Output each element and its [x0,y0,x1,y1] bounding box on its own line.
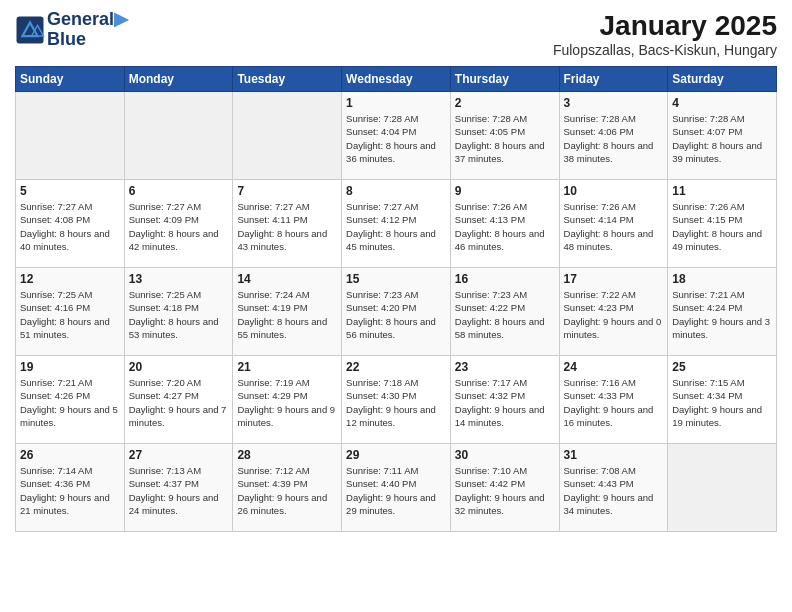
day-info: Sunrise: 7:27 AM Sunset: 4:12 PM Dayligh… [346,200,446,253]
day-number: 27 [129,448,229,462]
calendar-day-cell: 5Sunrise: 7:27 AM Sunset: 4:08 PM Daylig… [16,180,125,268]
day-number: 10 [564,184,664,198]
calendar-week-row: 12Sunrise: 7:25 AM Sunset: 4:16 PM Dayli… [16,268,777,356]
weekday-header-cell: Wednesday [342,67,451,92]
day-number: 3 [564,96,664,110]
day-info: Sunrise: 7:10 AM Sunset: 4:42 PM Dayligh… [455,464,555,517]
day-number: 14 [237,272,337,286]
month-title: January 2025 [553,10,777,42]
weekday-header-cell: Friday [559,67,668,92]
day-info: Sunrise: 7:22 AM Sunset: 4:23 PM Dayligh… [564,288,664,341]
day-number: 12 [20,272,120,286]
day-number: 5 [20,184,120,198]
day-info: Sunrise: 7:28 AM Sunset: 4:05 PM Dayligh… [455,112,555,165]
day-info: Sunrise: 7:21 AM Sunset: 4:24 PM Dayligh… [672,288,772,341]
day-number: 23 [455,360,555,374]
calendar-day-cell: 29Sunrise: 7:11 AM Sunset: 4:40 PM Dayli… [342,444,451,532]
day-number: 19 [20,360,120,374]
calendar-day-cell: 27Sunrise: 7:13 AM Sunset: 4:37 PM Dayli… [124,444,233,532]
day-number: 21 [237,360,337,374]
day-info: Sunrise: 7:28 AM Sunset: 4:07 PM Dayligh… [672,112,772,165]
weekday-header-cell: Monday [124,67,233,92]
calendar-day-cell: 14Sunrise: 7:24 AM Sunset: 4:19 PM Dayli… [233,268,342,356]
day-info: Sunrise: 7:27 AM Sunset: 4:11 PM Dayligh… [237,200,337,253]
calendar-day-cell: 20Sunrise: 7:20 AM Sunset: 4:27 PM Dayli… [124,356,233,444]
calendar-day-cell: 4Sunrise: 7:28 AM Sunset: 4:07 PM Daylig… [668,92,777,180]
logo: General▶ Blue [15,10,128,50]
calendar-day-cell: 1Sunrise: 7:28 AM Sunset: 4:04 PM Daylig… [342,92,451,180]
calendar-day-cell: 10Sunrise: 7:26 AM Sunset: 4:14 PM Dayli… [559,180,668,268]
calendar-day-cell: 3Sunrise: 7:28 AM Sunset: 4:06 PM Daylig… [559,92,668,180]
day-number: 15 [346,272,446,286]
day-info: Sunrise: 7:25 AM Sunset: 4:18 PM Dayligh… [129,288,229,341]
day-number: 31 [564,448,664,462]
calendar-day-cell: 30Sunrise: 7:10 AM Sunset: 4:42 PM Dayli… [450,444,559,532]
day-info: Sunrise: 7:26 AM Sunset: 4:15 PM Dayligh… [672,200,772,253]
day-number: 26 [20,448,120,462]
day-number: 24 [564,360,664,374]
day-info: Sunrise: 7:13 AM Sunset: 4:37 PM Dayligh… [129,464,229,517]
day-info: Sunrise: 7:19 AM Sunset: 4:29 PM Dayligh… [237,376,337,429]
day-number: 6 [129,184,229,198]
weekday-header-row: SundayMondayTuesdayWednesdayThursdayFrid… [16,67,777,92]
day-number: 20 [129,360,229,374]
day-number: 11 [672,184,772,198]
calendar-week-row: 1Sunrise: 7:28 AM Sunset: 4:04 PM Daylig… [16,92,777,180]
day-number: 1 [346,96,446,110]
calendar-day-cell [124,92,233,180]
day-info: Sunrise: 7:11 AM Sunset: 4:40 PM Dayligh… [346,464,446,517]
calendar-day-cell: 26Sunrise: 7:14 AM Sunset: 4:36 PM Dayli… [16,444,125,532]
calendar-body: 1Sunrise: 7:28 AM Sunset: 4:04 PM Daylig… [16,92,777,532]
day-info: Sunrise: 7:15 AM Sunset: 4:34 PM Dayligh… [672,376,772,429]
calendar-day-cell: 12Sunrise: 7:25 AM Sunset: 4:16 PM Dayli… [16,268,125,356]
day-info: Sunrise: 7:14 AM Sunset: 4:36 PM Dayligh… [20,464,120,517]
day-number: 8 [346,184,446,198]
calendar-day-cell: 21Sunrise: 7:19 AM Sunset: 4:29 PM Dayli… [233,356,342,444]
day-info: Sunrise: 7:27 AM Sunset: 4:08 PM Dayligh… [20,200,120,253]
day-info: Sunrise: 7:20 AM Sunset: 4:27 PM Dayligh… [129,376,229,429]
calendar-day-cell: 18Sunrise: 7:21 AM Sunset: 4:24 PM Dayli… [668,268,777,356]
day-info: Sunrise: 7:27 AM Sunset: 4:09 PM Dayligh… [129,200,229,253]
weekday-header-cell: Sunday [16,67,125,92]
weekday-header-cell: Tuesday [233,67,342,92]
location-subtitle: Fulopszallas, Bacs-Kiskun, Hungary [553,42,777,58]
day-info: Sunrise: 7:12 AM Sunset: 4:39 PM Dayligh… [237,464,337,517]
day-info: Sunrise: 7:26 AM Sunset: 4:13 PM Dayligh… [455,200,555,253]
calendar-day-cell [16,92,125,180]
day-info: Sunrise: 7:28 AM Sunset: 4:04 PM Dayligh… [346,112,446,165]
day-number: 22 [346,360,446,374]
day-number: 30 [455,448,555,462]
calendar-day-cell: 13Sunrise: 7:25 AM Sunset: 4:18 PM Dayli… [124,268,233,356]
calendar-week-row: 5Sunrise: 7:27 AM Sunset: 4:08 PM Daylig… [16,180,777,268]
day-info: Sunrise: 7:25 AM Sunset: 4:16 PM Dayligh… [20,288,120,341]
calendar-day-cell: 9Sunrise: 7:26 AM Sunset: 4:13 PM Daylig… [450,180,559,268]
calendar-day-cell: 31Sunrise: 7:08 AM Sunset: 4:43 PM Dayli… [559,444,668,532]
day-number: 9 [455,184,555,198]
day-number: 28 [237,448,337,462]
day-info: Sunrise: 7:17 AM Sunset: 4:32 PM Dayligh… [455,376,555,429]
day-number: 29 [346,448,446,462]
calendar-day-cell [233,92,342,180]
day-info: Sunrise: 7:24 AM Sunset: 4:19 PM Dayligh… [237,288,337,341]
logo-icon [15,15,45,45]
calendar-table: SundayMondayTuesdayWednesdayThursdayFrid… [15,66,777,532]
day-info: Sunrise: 7:23 AM Sunset: 4:22 PM Dayligh… [455,288,555,341]
logo-text: General▶ Blue [47,10,128,50]
day-info: Sunrise: 7:26 AM Sunset: 4:14 PM Dayligh… [564,200,664,253]
calendar-day-cell [668,444,777,532]
calendar-day-cell: 15Sunrise: 7:23 AM Sunset: 4:20 PM Dayli… [342,268,451,356]
day-number: 16 [455,272,555,286]
calendar-day-cell: 2Sunrise: 7:28 AM Sunset: 4:05 PM Daylig… [450,92,559,180]
weekday-header-cell: Thursday [450,67,559,92]
day-number: 18 [672,272,772,286]
page-header: General▶ Blue January 2025 Fulopszallas,… [15,10,777,58]
day-number: 25 [672,360,772,374]
calendar-day-cell: 16Sunrise: 7:23 AM Sunset: 4:22 PM Dayli… [450,268,559,356]
calendar-week-row: 19Sunrise: 7:21 AM Sunset: 4:26 PM Dayli… [16,356,777,444]
day-number: 2 [455,96,555,110]
day-number: 4 [672,96,772,110]
calendar-day-cell: 25Sunrise: 7:15 AM Sunset: 4:34 PM Dayli… [668,356,777,444]
calendar-day-cell: 22Sunrise: 7:18 AM Sunset: 4:30 PM Dayli… [342,356,451,444]
calendar-week-row: 26Sunrise: 7:14 AM Sunset: 4:36 PM Dayli… [16,444,777,532]
calendar-day-cell: 24Sunrise: 7:16 AM Sunset: 4:33 PM Dayli… [559,356,668,444]
